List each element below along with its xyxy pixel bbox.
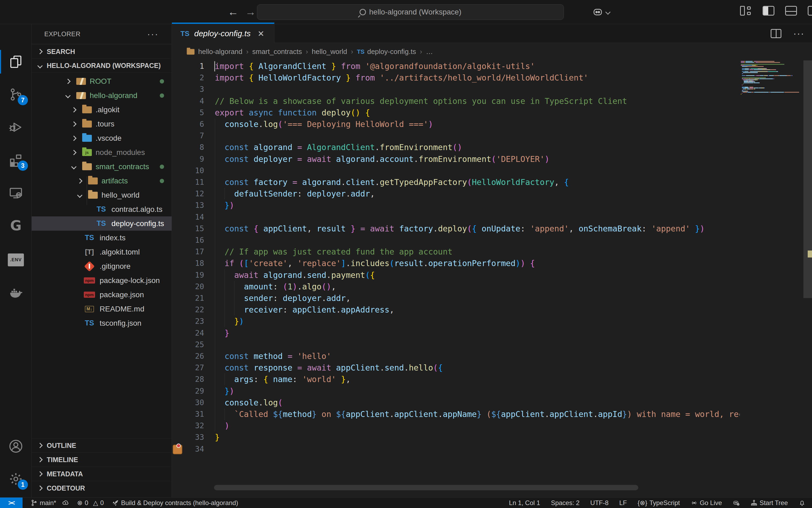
encoding-button[interactable]: UTF-8 [590, 499, 608, 507]
line-number[interactable]: 3 [172, 84, 204, 95]
extensions-icon[interactable]: 3 [0, 146, 32, 174]
tree-item-readme-md[interactable]: M↓README.md [32, 302, 172, 316]
tree-item--tours[interactable]: .tours [32, 117, 172, 131]
line-number[interactable]: 16 [172, 235, 204, 246]
code-line-8[interactable]: const algorand = AlgorandClient.fromEnvi… [215, 141, 740, 153]
line-number[interactable]: 23 [172, 315, 204, 327]
code-line-16[interactable] [215, 235, 740, 246]
tree-item-deploy-config-ts[interactable]: TSdeploy-config.ts [32, 216, 172, 230]
code-line-28[interactable]: args: { name: 'world' }, [215, 374, 740, 385]
nav-forward-button[interactable]: → [243, 0, 258, 24]
line-number[interactable]: 31 [172, 409, 204, 420]
close-icon[interactable]: ✕ [258, 29, 264, 38]
section-metadata[interactable]: METADATA [32, 467, 172, 481]
code-line-33[interactable]: } [215, 431, 740, 443]
breadcrumb-item[interactable]: hello-algorand [198, 47, 243, 56]
section-codetour[interactable]: CODETOUR [32, 481, 172, 495]
tree-item-package-json[interactable]: npmpackage.json [32, 288, 172, 302]
customize-layout-icon[interactable] [740, 6, 752, 15]
tree-item-root[interactable]: ROOT [32, 74, 172, 88]
code-editor[interactable]: 1import { AlgorandClient } from '@algora… [172, 60, 740, 497]
toggle-panel-icon[interactable] [785, 6, 797, 15]
line-number[interactable]: 29 [172, 385, 204, 397]
code-line-32[interactable]: ) [215, 420, 740, 431]
line-number[interactable]: 17 [172, 246, 204, 257]
copilot-status-button[interactable] [733, 499, 740, 506]
line-number[interactable]: 24 [172, 327, 204, 339]
line-number[interactable]: 25 [172, 339, 204, 350]
cursor-position-button[interactable]: Ln 1, Col 1 [509, 499, 540, 507]
tree-item--algokit[interactable]: .algokit [32, 102, 172, 117]
tree-item-tsconfig-json[interactable]: TStsconfig.json [32, 316, 172, 330]
branch-button[interactable]: main* [31, 499, 69, 507]
line-number[interactable]: 32 [172, 420, 204, 431]
copilot-menu-button[interactable] [592, 5, 610, 19]
code-line-29[interactable]: }) [215, 385, 740, 397]
code-line-4[interactable]: // Below is a showcase of various deploy… [215, 95, 740, 107]
code-line-3[interactable] [215, 84, 740, 95]
eol-button[interactable]: LF [619, 499, 627, 507]
code-line-13[interactable]: }) [215, 200, 740, 211]
code-line-5[interactable]: export async function deploy() { [215, 107, 740, 118]
breadcrumb-item[interactable]: … [426, 47, 433, 56]
line-number[interactable]: 27 [172, 362, 204, 374]
horizontal-scrollbar[interactable] [214, 485, 638, 490]
toggle-secondary-sidebar-icon[interactable] [808, 6, 812, 15]
code-line-2[interactable]: import { HelloWorldFactory } from '../ar… [215, 72, 740, 84]
code-line-24[interactable]: } [215, 327, 740, 339]
tree-item-hello-algorand[interactable]: hello-algorand [32, 88, 172, 102]
tree-item--gitignore[interactable]: .gitignore [32, 259, 172, 273]
line-number[interactable]: 30 [172, 397, 204, 409]
code-line-20[interactable]: amount: (1).algo(), [215, 281, 740, 292]
code-line-17[interactable]: // If app was just created fund the app … [215, 246, 740, 257]
code-line-11[interactable]: const factory = algorand.client.getTyped… [215, 176, 740, 188]
tree-item-smart-contracts[interactable]: smart_contracts [32, 160, 172, 174]
remote-explorer-icon[interactable] [0, 179, 32, 207]
tree-item-node-modules[interactable]: jsnode_modules [32, 145, 172, 160]
docker-icon[interactable] [0, 279, 32, 307]
line-number[interactable]: 19 [172, 269, 204, 281]
toggle-primary-sidebar-icon[interactable] [763, 6, 774, 15]
code-line-30[interactable]: console.log( [215, 397, 740, 409]
line-number[interactable]: 5 [172, 107, 204, 118]
breadcrumb-item[interactable]: deploy-config.ts [367, 47, 416, 56]
code-line-22[interactable]: receiver: appClient.appAddress, [215, 304, 740, 315]
code-line-1[interactable]: import { AlgorandClient } from '@algoran… [215, 60, 740, 72]
start-tree-button[interactable]: Start Tree [751, 499, 788, 507]
code-line-31[interactable]: `Called ${method} on ${appClient.appClie… [215, 409, 740, 420]
line-number[interactable]: 1 [172, 60, 204, 72]
tree-item-index-ts[interactable]: TSindex.ts [32, 230, 172, 245]
tree-item-artifacts[interactable]: artifacts [32, 174, 172, 188]
language-mode-button[interactable]: {⊗} TypeScript [637, 499, 680, 507]
code-line-25[interactable] [215, 339, 740, 350]
explorer-icon[interactable] [0, 48, 32, 76]
tree-item--vscode[interactable]: .vscode [32, 131, 172, 145]
source-control-icon[interactable]: 7 [0, 81, 32, 109]
go-live-button[interactable]: Go Live [691, 499, 722, 507]
dotenv-icon[interactable]: .ENV [0, 246, 32, 274]
line-number[interactable]: 26 [172, 350, 204, 362]
code-line-26[interactable]: const method = 'hello' [215, 350, 740, 362]
line-number[interactable]: 18 [172, 257, 204, 269]
minimap[interactable] [740, 60, 803, 497]
section-outline[interactable]: OUTLINE [32, 438, 172, 453]
task-button[interactable]: Build & Deploy contracts (hello-algorand… [112, 499, 238, 507]
line-number[interactable]: 12 [172, 188, 204, 200]
line-number[interactable]: 20 [172, 281, 204, 292]
tree-item--algokit-toml[interactable]: [T].algokit.toml [32, 245, 172, 259]
code-line-6[interactable]: console.log('=== Deploying HelloWorld ==… [215, 118, 740, 130]
notifications-button[interactable] [799, 499, 806, 506]
line-number[interactable]: 21 [172, 292, 204, 304]
codetour-marker-icon[interactable] [173, 444, 182, 454]
tree-item-package-lock-json[interactable]: npmpackage-lock.json [32, 273, 172, 288]
indentation-button[interactable]: Spaces: 2 [551, 499, 580, 507]
remote-indicator-button[interactable]: >< [0, 498, 23, 508]
command-center-search[interactable]: hello-algorand (Workspace) [257, 4, 564, 20]
breadcrumb-item[interactable]: hello_world [312, 47, 347, 56]
line-number[interactable]: 22 [172, 304, 204, 315]
code-line-34[interactable] [215, 443, 740, 455]
line-number[interactable]: 33 [172, 431, 204, 443]
code-line-19[interactable]: await algorand.send.payment({ [215, 269, 740, 281]
line-number[interactable]: 7 [172, 130, 204, 141]
code-line-23[interactable]: }) [215, 315, 740, 327]
